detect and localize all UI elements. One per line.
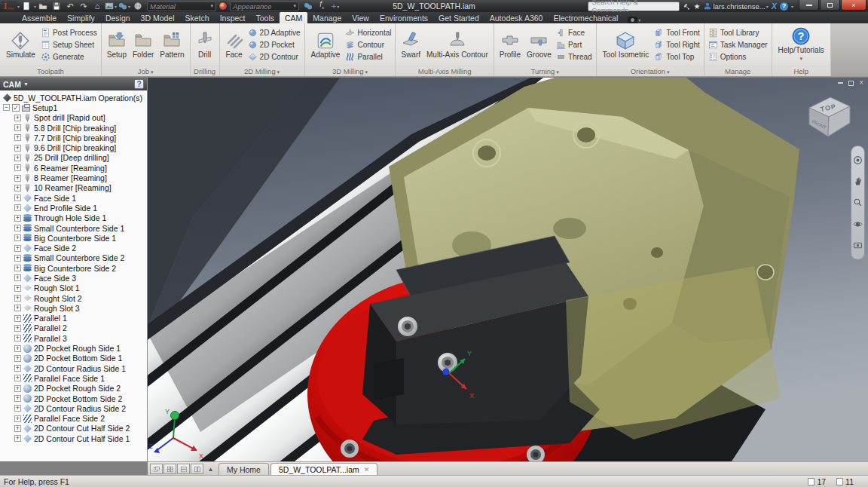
search-input[interactable]: Search Help & Commands... — [588, 2, 680, 11]
tree-item[interactable]: Parallel Face Side 2 — [0, 414, 147, 424]
window-close-button[interactable]: × — [841, 0, 866, 11]
ribbon-tab-environments[interactable]: Environments — [374, 12, 433, 23]
tree-item[interactable]: 2D Contour Cut Half Side 2 — [0, 424, 147, 433]
collapse-tabs-icon[interactable]: ▲ — [206, 466, 215, 473]
expand-icon[interactable] — [14, 405, 21, 412]
ribbon-tab-tools[interactable]: Tools — [250, 12, 280, 23]
tree-root[interactable]: 5D_W_TOOLPATH.iam Operation(s) — [0, 93, 147, 103]
orbit-icon[interactable] — [853, 219, 863, 229]
capture-button[interactable]: ▾ — [628, 17, 640, 23]
tool-top-button[interactable]: Tool Top — [654, 51, 699, 62]
expand-icon[interactable] — [14, 355, 21, 362]
user-avatar-icon[interactable] — [704, 2, 711, 10]
signed-in-user[interactable]: lars.christense... — [713, 2, 765, 11]
tree-item[interactable]: Parallel 1 — [0, 314, 147, 323]
expand-icon[interactable] — [14, 365, 21, 372]
generate-button[interactable]: Generate — [41, 51, 97, 62]
web-button[interactable] — [132, 1, 144, 11]
new-dropdown-icon[interactable]: ▾ — [34, 4, 36, 9]
tree-item[interactable]: 2D Pocket Rough Side 2 — [0, 384, 147, 394]
logo-dropdown-icon[interactable]: ▾ — [17, 4, 20, 9]
pattern-button[interactable]: Pattern — [158, 30, 185, 60]
expand-icon[interactable] — [14, 315, 21, 322]
expand-icon[interactable] — [14, 425, 21, 432]
exchange-apps-icon[interactable]: X — [772, 2, 777, 11]
tab-my-home[interactable]: My Home — [219, 463, 269, 475]
task-manager-button[interactable]: Task Manager — [708, 39, 768, 50]
thread-button[interactable]: Thread — [556, 51, 592, 62]
tree-item[interactable]: Rought Slot 2 — [0, 293, 147, 303]
material-dropdown-icon[interactable]: ▾ — [211, 3, 214, 9]
help-dropdown-icon[interactable]: ▾ — [791, 4, 793, 9]
expand-icon[interactable] — [14, 175, 21, 182]
panel-label-turning[interactable]: Turning — [494, 66, 596, 76]
render-button[interactable]: ▾ — [105, 1, 117, 11]
expand-icon[interactable] — [14, 245, 21, 252]
model-viewport[interactable]: Y X Y X Z × TOP — [148, 78, 868, 461]
expand-icon[interactable] — [14, 204, 21, 211]
multi-axis-contour-button[interactable]: Multi-Axis Contour — [425, 30, 490, 60]
save-button[interactable] — [50, 1, 63, 11]
expand-icon[interactable] — [14, 145, 21, 152]
2d-contour-button[interactable]: 2D Contour — [248, 51, 301, 62]
expand-icon[interactable] — [14, 134, 21, 141]
doc-restore-icon[interactable] — [848, 81, 854, 86]
ribbon-tab-get-started[interactable]: Get Started — [433, 12, 484, 23]
tree-item[interactable]: 5.8 Drill [Chip breaking] — [0, 123, 147, 133]
ribbon-tab-view[interactable]: View — [347, 12, 374, 23]
tree-item[interactable]: Big Counterbore Side 1 — [0, 233, 147, 243]
cascade-windows-button[interactable] — [150, 464, 163, 474]
face-button[interactable]: Face — [224, 30, 245, 60]
expand-icon[interactable] — [14, 115, 21, 121]
measure-button[interactable]: ▾ — [118, 1, 130, 11]
expand-icon[interactable] — [14, 325, 21, 332]
tree-item[interactable]: Face Side 1 — [0, 193, 147, 203]
browser-help-icon[interactable]: ? — [134, 79, 144, 89]
browser-header[interactable]: CAM ▼ ? — [0, 78, 147, 90]
swarf-button[interactable]: Swarf — [399, 30, 422, 60]
drill-button[interactable]: Drill — [194, 30, 215, 60]
doc-close-icon[interactable]: × — [859, 80, 863, 86]
tree-item[interactable]: Spot drill [Rapid out] — [0, 113, 147, 123]
tree-item[interactable]: 8 Reamer [Reaming] — [0, 173, 147, 182]
ribbon-tab-manage[interactable]: Manage — [307, 12, 347, 23]
tree-item[interactable]: Rough Slot 1 — [0, 283, 147, 293]
color-wheel-icon[interactable] — [219, 2, 228, 11]
tree-setup[interactable]: Setup1 — [0, 103, 147, 112]
view-cube[interactable]: TOP FRONT — [802, 88, 857, 144]
tree-item[interactable]: 2D Pocket Rough Side 1 — [0, 343, 147, 353]
3d-scene[interactable]: Y X Y X Z — [148, 78, 868, 461]
look-at-icon[interactable] — [853, 240, 863, 250]
contour-button[interactable]: Contour — [345, 39, 391, 50]
ribbon-tab-sketch[interactable]: Sketch — [180, 12, 215, 23]
zoom-icon[interactable] — [853, 198, 863, 207]
expand-icon[interactable] — [14, 185, 21, 191]
window-restore-button[interactable] — [820, 0, 840, 11]
expand-icon[interactable] — [14, 295, 21, 302]
ribbon-tab-cam[interactable]: CAM — [280, 12, 307, 23]
expand-icon[interactable] — [14, 255, 21, 262]
window-minimize-button[interactable] — [799, 0, 819, 11]
tree-item[interactable]: 2D Contour Radius Side 1 — [0, 363, 147, 373]
favorites-star-icon[interactable]: ★ — [693, 2, 700, 11]
collapse-icon[interactable] — [3, 104, 10, 111]
tree-item[interactable]: 9.6 Drill [Chip breaking] — [0, 142, 147, 152]
ribbon-tab-electromechanical[interactable]: Electromechanical — [548, 12, 623, 23]
ribbon-tab-3d-model[interactable]: 3D Model — [136, 12, 180, 23]
tree-item[interactable]: Face Side 2 — [0, 243, 147, 253]
tile-grid-button[interactable] — [164, 464, 176, 474]
expand-icon[interactable] — [14, 124, 21, 131]
ribbon-tab-inspect[interactable]: Inspect — [215, 12, 251, 23]
setup-button[interactable]: Setup — [105, 30, 128, 60]
2d-pocket-button[interactable]: 2D Pocket — [248, 39, 301, 50]
appearance-dropdown-icon[interactable]: ▾ — [294, 3, 297, 9]
new-file-button[interactable] — [20, 1, 32, 11]
tool-right-button[interactable]: Tool Right — [654, 39, 699, 50]
expand-icon[interactable] — [14, 155, 21, 161]
2d-adaptive-button[interactable]: 2D Adaptive — [248, 27, 301, 38]
tree-item[interactable]: 25 Drill [Deep drilling] — [0, 153, 147, 163]
adjust-button[interactable] — [302, 1, 314, 11]
panel-label-orientation[interactable]: Orientation — [597, 66, 704, 76]
expand-icon[interactable] — [14, 265, 21, 271]
pan-hand-icon[interactable] — [853, 176, 863, 186]
